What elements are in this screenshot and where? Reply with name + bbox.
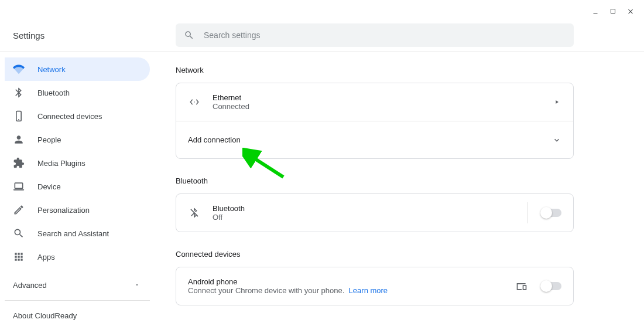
vertical-separator xyxy=(527,202,527,223)
ethernet-title: Ethernet xyxy=(213,93,540,102)
ethernet-icon xyxy=(188,96,201,108)
android-phone-title: Android phone xyxy=(188,277,504,286)
sidebar-item-label: Connected devices xyxy=(37,112,102,121)
page-title: Settings xyxy=(13,30,44,40)
section-heading-bluetooth: Bluetooth xyxy=(176,176,574,185)
sidebar-item-search-assistant[interactable]: Search and Assistant xyxy=(5,222,150,245)
android-phone-subtitle: Connect your Chrome device with your pho… xyxy=(188,286,504,295)
window-maximize-button[interactable] xyxy=(608,6,618,16)
android-phone-toggle[interactable] xyxy=(542,282,561,290)
advanced-label: Advanced xyxy=(13,281,47,290)
svg-point-3 xyxy=(194,101,195,103)
add-connection-row[interactable]: Add connection xyxy=(176,121,573,158)
sidebar-item-media-plugins[interactable]: Media Plugins xyxy=(5,151,150,175)
laptop-icon xyxy=(13,181,25,192)
sidebar-advanced-toggle[interactable]: Advanced xyxy=(5,273,150,297)
android-phone-row[interactable]: Android phone Connect your Chrome device… xyxy=(176,267,573,305)
search-input[interactable] xyxy=(203,30,566,40)
sidebar-item-label: Network xyxy=(37,65,66,74)
section-heading-network: Network xyxy=(176,66,574,74)
ethernet-status: Connected xyxy=(213,102,540,111)
sidebar-item-apps[interactable]: Apps xyxy=(5,245,150,269)
multi-device-icon xyxy=(516,280,527,292)
person-icon xyxy=(13,134,25,145)
sidebar-item-connected-devices[interactable]: Connected devices xyxy=(5,104,150,128)
apps-icon xyxy=(13,251,25,263)
bluetooth-card: Bluetooth Off xyxy=(176,193,574,232)
sidebar-item-label: Search and Assistant xyxy=(37,229,109,238)
about-label: About CloudReady xyxy=(13,311,77,320)
sidebar-about[interactable]: About CloudReady xyxy=(5,304,150,327)
sidebar-item-bluetooth[interactable]: Bluetooth xyxy=(5,81,150,104)
window-minimize-button[interactable] xyxy=(590,6,601,16)
chevron-right-icon xyxy=(552,97,561,107)
phone-icon xyxy=(13,110,25,122)
chevron-down-icon xyxy=(552,135,561,145)
brush-icon xyxy=(13,204,25,216)
bluetooth-toggle[interactable] xyxy=(542,209,561,217)
extension-icon xyxy=(13,157,25,169)
search-box[interactable] xyxy=(176,23,574,47)
sidebar: Network Bluetooth Connected devices Peop… xyxy=(5,57,150,327)
svg-rect-2 xyxy=(15,183,22,188)
bluetooth-status: Off xyxy=(213,213,515,222)
sidebar-item-personalization[interactable]: Personalization xyxy=(5,198,150,222)
learn-more-link[interactable]: Learn more xyxy=(349,286,388,295)
sidebar-item-label: Personalization xyxy=(37,206,90,215)
search-icon xyxy=(184,30,194,40)
bluetooth-icon xyxy=(13,87,25,98)
sidebar-item-label: Bluetooth xyxy=(37,89,70,97)
sidebar-item-people[interactable]: People xyxy=(5,128,150,151)
network-card: Ethernet Connected Add connection xyxy=(176,83,574,159)
sidebar-item-label: Media Plugins xyxy=(37,159,85,168)
sidebar-item-network[interactable]: Network xyxy=(5,57,150,81)
wifi-icon xyxy=(13,63,25,75)
search-icon xyxy=(13,227,25,239)
header-divider xyxy=(0,52,644,52)
connected-devices-card: Android phone Connect your Chrome device… xyxy=(176,267,574,305)
section-heading-connected: Connected devices xyxy=(176,250,574,259)
sidebar-item-label: Apps xyxy=(37,253,55,261)
topbar: Settings xyxy=(0,0,644,52)
add-connection-label: Add connection xyxy=(188,135,540,144)
bluetooth-title: Bluetooth xyxy=(213,204,515,213)
sidebar-separator xyxy=(5,300,150,301)
sidebar-item-device[interactable]: Device xyxy=(5,175,150,198)
main-content: Network Ethernet Connected Add connectio… xyxy=(176,57,574,333)
caret-down-icon xyxy=(132,280,142,290)
window-close-button[interactable] xyxy=(625,6,636,16)
sidebar-item-label: People xyxy=(37,135,61,144)
sidebar-item-label: Device xyxy=(37,182,61,191)
bluetooth-off-icon xyxy=(188,206,201,219)
bluetooth-row[interactable]: Bluetooth Off xyxy=(176,194,573,232)
network-ethernet-row[interactable]: Ethernet Connected xyxy=(176,83,573,121)
window-controls xyxy=(582,0,644,22)
